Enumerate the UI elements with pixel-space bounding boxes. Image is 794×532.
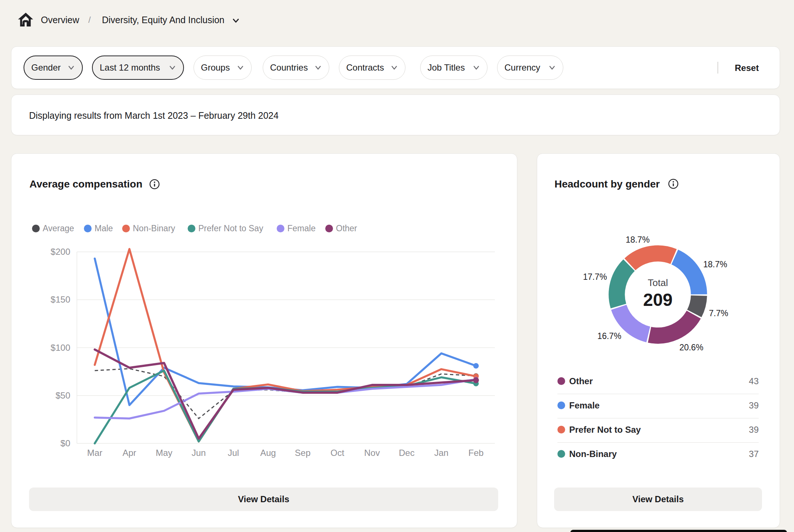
svg-text:Apr: Apr [123,448,136,458]
svg-text:Jun: Jun [192,448,206,458]
svg-text:Aug: Aug [260,448,276,458]
svg-text:209: 209 [643,290,673,310]
svg-text:$50: $50 [56,390,70,400]
svg-text:18.7%: 18.7% [703,260,727,269]
svg-text:Dec: Dec [399,448,415,458]
svg-text:Sep: Sep [295,448,311,458]
svg-text:$200: $200 [51,247,70,257]
svg-text:May: May [156,448,172,458]
svg-text:Oct: Oct [330,448,344,458]
svg-text:Jan: Jan [434,448,449,458]
svg-text:7.7%: 7.7% [709,308,728,318]
svg-text:$150: $150 [51,294,70,304]
svg-text:Feb: Feb [468,448,483,458]
svg-text:17.7%: 17.7% [583,272,607,282]
svg-text:$100: $100 [51,343,70,353]
svg-text:Nov: Nov [364,448,380,458]
svg-text:$0: $0 [60,438,70,448]
svg-text:16.7%: 16.7% [597,331,621,341]
svg-text:20.6%: 20.6% [679,343,703,352]
svg-text:Total: Total [648,277,668,288]
svg-text:Mar: Mar [87,448,102,458]
svg-text:18.7%: 18.7% [625,235,649,244]
svg-text:Jul: Jul [228,448,239,458]
